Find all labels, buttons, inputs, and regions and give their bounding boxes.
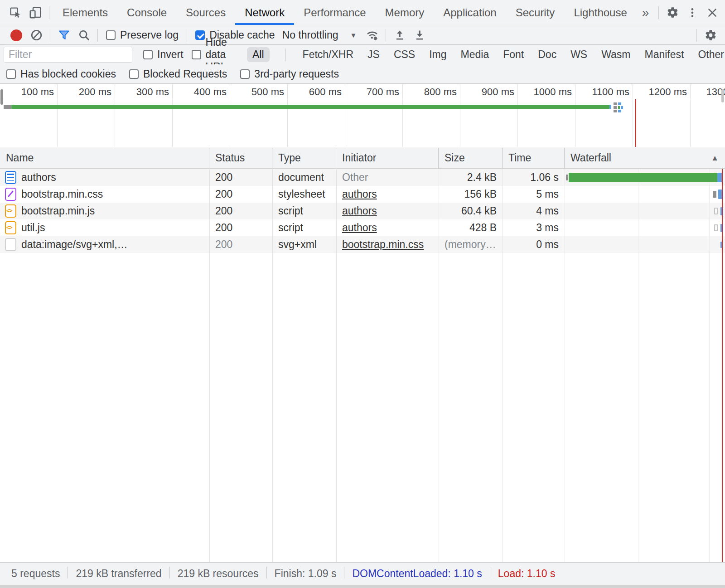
- tab-sources[interactable]: Sources: [176, 0, 235, 25]
- tab-memory[interactable]: Memory: [376, 0, 434, 25]
- type-filter-fetch-xhr[interactable]: Fetch/XHR: [302, 48, 354, 62]
- summary-219-kb-resources: 219 kB resources: [178, 568, 259, 580]
- request-name[interactable]: authors: [21, 169, 56, 186]
- request-name[interactable]: util.js: [21, 219, 45, 236]
- blocked-requests-checkbox[interactable]: Blocked Requests: [129, 68, 227, 80]
- type-filter-js[interactable]: JS: [367, 48, 381, 62]
- type-filter-other[interactable]: Other: [697, 48, 725, 62]
- type-filter-ws[interactable]: WS: [570, 48, 588, 62]
- initiator-link[interactable]: authors: [342, 205, 377, 217]
- 3rd-party-requests-label: 3rd-party requests: [254, 68, 339, 80]
- preserve-log-checkbox[interactable]: Preserve log: [106, 29, 179, 41]
- cell-status: 200: [209, 219, 272, 236]
- search-icon: [77, 29, 91, 42]
- waterfall-bar-gray-outline: [714, 224, 718, 231]
- filter-input[interactable]: [4, 47, 132, 63]
- initiator-text: Other: [342, 171, 368, 183]
- type-filter-manifest[interactable]: Manifest: [644, 48, 685, 62]
- checkbox-unchecked[interactable]: [240, 69, 250, 79]
- tab-elements[interactable]: Elements: [53, 0, 117, 25]
- import-har-button[interactable]: [410, 29, 430, 42]
- network-overview-timeline[interactable]: 100 ms200 ms300 ms400 ms500 ms600 ms700 …: [0, 84, 725, 147]
- script-file-icon: [5, 221, 16, 234]
- summary-5-requests: 5 requests: [11, 568, 60, 580]
- invert-label: Invert: [157, 49, 184, 61]
- request-name[interactable]: bootstrap.min.js: [21, 203, 95, 219]
- checkbox-unchecked[interactable]: [6, 69, 16, 79]
- chevron-down-icon: ▼: [350, 31, 357, 39]
- table-row[interactable]: authors200documentOther2.4 kB1.06 s: [0, 169, 725, 186]
- overview-tick-900-ms: 900 ms: [460, 84, 518, 147]
- divider: [344, 567, 344, 578]
- more-tabs-button[interactable]: »: [637, 0, 655, 25]
- divider: [50, 29, 50, 42]
- overview-tick-1300-ms: 1300 ms: [691, 84, 725, 147]
- type-filter-font[interactable]: Font: [502, 48, 525, 62]
- cell-size: 156 kB: [439, 186, 503, 203]
- cell-name: bootstrap.min.css: [0, 186, 209, 203]
- tab-console[interactable]: Console: [117, 0, 176, 25]
- has-blocked-cookies-checkbox[interactable]: Has blocked cookies: [6, 68, 116, 80]
- checkbox-unchecked[interactable]: [106, 30, 116, 40]
- cell-status: 200: [209, 169, 272, 186]
- resource-type-filters: AllFetch/XHRJSCSSImgMediaFontDocWSWasmMa…: [247, 47, 725, 62]
- devtools-settings-button[interactable]: [662, 0, 682, 25]
- request-name[interactable]: data:image/svg+xml,…: [21, 236, 128, 253]
- cell-size: 60.4 kB: [439, 203, 503, 219]
- initiator-link[interactable]: authors: [342, 188, 377, 200]
- tab-performance[interactable]: Performance: [294, 0, 375, 25]
- column-header-type[interactable]: Type: [272, 148, 336, 168]
- tab-network[interactable]: Network: [235, 0, 294, 25]
- throttling-select[interactable]: No throttling ▼: [282, 29, 357, 41]
- type-filter-wasm[interactable]: Wasm: [600, 48, 631, 62]
- inspect-element-button[interactable]: [5, 0, 25, 25]
- record-network-log-button[interactable]: [10, 29, 22, 41]
- column-header-status[interactable]: Status: [209, 148, 272, 168]
- table-row[interactable]: util.js200scriptauthors428 B3 ms: [0, 219, 725, 236]
- cell-initiator: bootstrap.min.css: [336, 236, 439, 253]
- search-button[interactable]: [74, 29, 94, 42]
- tab-application[interactable]: Application: [434, 0, 506, 25]
- checkbox-unchecked[interactable]: [192, 50, 201, 59]
- overview-left-handle[interactable]: [0, 89, 3, 105]
- type-filter-all[interactable]: All: [247, 47, 270, 62]
- network-conditions-button[interactable]: [362, 28, 382, 42]
- cell-name: bootstrap.min.js: [0, 203, 209, 219]
- overview-ruler-border: [0, 99, 725, 99]
- column-header-name[interactable]: Name: [0, 148, 209, 168]
- type-filter-img[interactable]: Img: [428, 48, 447, 62]
- table-row[interactable]: data:image/svg+xml,…200svg+xmlbootstrap.…: [0, 236, 725, 253]
- initiator-link[interactable]: authors: [342, 222, 377, 233]
- request-name[interactable]: bootstrap.min.css: [21, 186, 103, 203]
- cell-name: data:image/svg+xml,…: [0, 236, 209, 253]
- invert-checkbox[interactable]: Invert: [143, 49, 184, 61]
- checkbox-unchecked[interactable]: [129, 69, 139, 79]
- customize-devtools-button[interactable]: [682, 0, 702, 25]
- column-header-initiator[interactable]: Initiator: [336, 148, 439, 168]
- table-row[interactable]: bootstrap.min.css200stylesheetauthors156…: [0, 186, 725, 203]
- column-header-waterfall[interactable]: Waterfall ▲: [565, 148, 725, 168]
- cell-name: authors: [0, 169, 209, 186]
- 3rd-party-requests-checkbox[interactable]: 3rd-party requests: [240, 68, 339, 80]
- network-settings-button[interactable]: [701, 29, 720, 41]
- close-icon: [706, 7, 718, 19]
- overview-right-handle[interactable]: [721, 89, 724, 102]
- type-filter-css[interactable]: CSS: [393, 48, 416, 62]
- column-header-time[interactable]: Time: [503, 148, 565, 168]
- column-header-size[interactable]: Size: [439, 148, 503, 168]
- close-devtools-button[interactable]: [702, 0, 722, 25]
- export-har-button[interactable]: [390, 29, 410, 42]
- waterfall-load-event-line: [722, 169, 723, 562]
- divider: [285, 49, 286, 61]
- clear-network-log-button[interactable]: [26, 29, 46, 42]
- tab-security[interactable]: Security: [506, 0, 565, 25]
- filter-toggle-button[interactable]: [54, 29, 74, 42]
- tab-lighthouse[interactable]: Lighthouse: [564, 0, 636, 25]
- initiator-link[interactable]: bootstrap.min.css: [342, 238, 424, 250]
- type-filter-media[interactable]: Media: [460, 48, 490, 62]
- table-row[interactable]: bootstrap.min.js200scriptauthors60.4 kB4…: [0, 203, 725, 219]
- toggle-device-toolbar-button[interactable]: [25, 0, 45, 25]
- type-filter-doc[interactable]: Doc: [537, 48, 557, 62]
- checkbox-unchecked[interactable]: [143, 50, 153, 59]
- overview-download-tick: [609, 105, 611, 109]
